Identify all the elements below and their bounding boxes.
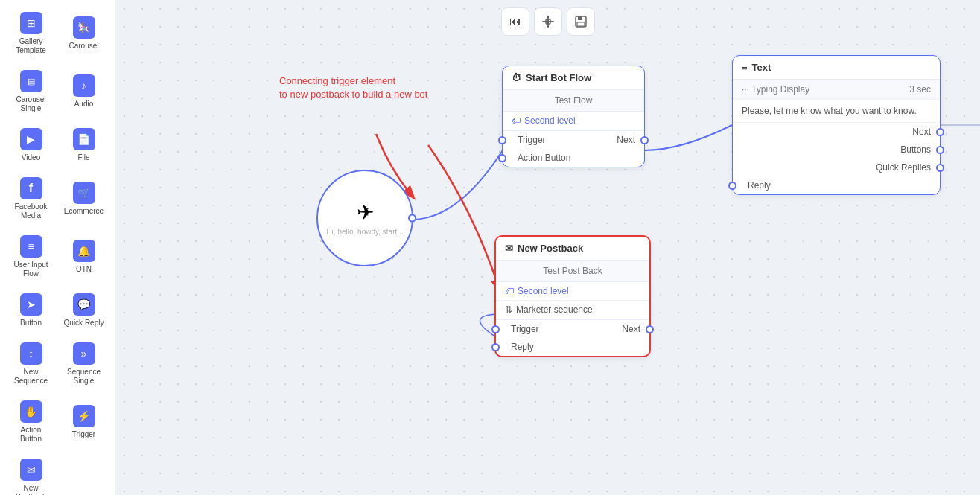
trigger-icon: ⚡ xyxy=(73,405,95,427)
postback-sequence: ⇅ Marketer sequence xyxy=(496,301,649,319)
back-button[interactable]: ⏮ xyxy=(501,7,529,36)
toolbar: ⏮ xyxy=(501,7,595,36)
action-button-icon: ✋ xyxy=(20,400,42,423)
sidebar-item-label: Video xyxy=(22,153,40,162)
facebook-media-icon: f xyxy=(20,177,42,199)
text-node-header: ≡ Text xyxy=(733,56,940,80)
sidebar-item-label: Carousel xyxy=(69,42,98,51)
sidebar-item-video[interactable]: ▶ Video xyxy=(6,122,56,168)
start-circle-node[interactable]: ✈ Hi, hello, howdy, start... xyxy=(316,170,413,266)
next-label: Next xyxy=(912,127,931,137)
trigger-label: Trigger xyxy=(518,135,546,145)
sidebar-item-carousel-single[interactable]: ▤ Carousel Single xyxy=(6,64,56,119)
postback-trigger-dot xyxy=(491,325,500,333)
new-postback-body: Test Post Back 🏷 Second level ⇅ Marketer… xyxy=(496,261,649,356)
start-circle-output-dot xyxy=(408,214,416,223)
sidebar-item-label: Quick Reply xyxy=(64,319,104,328)
new-postback-icon: ✉ xyxy=(20,459,42,481)
sidebar-item-new-sequence[interactable]: ↕ New Sequence xyxy=(6,336,56,392)
gallery-template-icon: ⊞ xyxy=(20,12,42,34)
sidebar-item-gallery-template[interactable]: ⊞ Gallery Template xyxy=(6,6,56,61)
buttons-label: Buttons xyxy=(900,144,931,155)
action-button-row: Action Button xyxy=(503,149,644,167)
new-postback-icon: ✉ xyxy=(505,243,513,254)
sidebar-item-user-input-flow[interactable]: ≡ User Input Flow xyxy=(6,229,56,284)
sidebar-item-label: Button xyxy=(20,319,42,328)
sidebar-item-label: OTN xyxy=(76,265,92,274)
sidebar-item-button[interactable]: ➤ Button xyxy=(6,287,56,333)
sequence-icon: ⇅ xyxy=(505,304,512,315)
sidebar-item-audio[interactable]: ♪ Audio xyxy=(59,64,109,119)
sidebar-item-trigger[interactable]: ⚡ Trigger xyxy=(59,395,109,450)
buttons-dot xyxy=(936,146,944,154)
canvas: ⏮ xyxy=(115,0,980,495)
sidebar-item-file[interactable]: 📄 File xyxy=(59,122,109,168)
quick-replies-row: Quick Replies xyxy=(733,159,940,176)
postback-next-label: Next xyxy=(622,324,640,334)
typing-display-row: ··· Typing Display 3 sec xyxy=(733,80,940,100)
save-button[interactable] xyxy=(567,7,595,36)
sidebar-item-facebook-media[interactable]: f Facebook Media xyxy=(6,171,56,226)
svg-rect-3 xyxy=(577,22,585,26)
audio-icon: ♪ xyxy=(73,74,95,97)
annotation-text: Connecting trigger element to new postba… xyxy=(279,74,427,101)
postback-flow-name: Test Post Back xyxy=(496,261,649,282)
postback-reply-dot xyxy=(491,343,500,351)
sequence-single-icon: » xyxy=(73,342,95,365)
sidebar-item-ecommerce[interactable]: 🛒 Ecommerce xyxy=(59,171,109,226)
quick-replies-dot xyxy=(936,164,944,172)
typing-label: ··· Typing Display xyxy=(742,84,809,95)
sidebar-item-sequence-single[interactable]: » Sequence Single xyxy=(59,336,109,392)
carousel-icon: 🎠 xyxy=(73,16,95,39)
text-node-body: ··· Typing Display 3 sec Please, let me … xyxy=(733,80,940,194)
sidebar-item-label: New Sequence xyxy=(9,368,53,386)
text-node-title: Text xyxy=(752,62,771,73)
new-postback-title: New Postback xyxy=(518,243,583,254)
center-button[interactable] xyxy=(534,7,562,36)
postback-reply-label: Reply xyxy=(511,342,534,352)
start-circle-hint: Hi, hello, howdy, start... xyxy=(319,228,410,236)
buttons-row: Buttons xyxy=(733,141,940,159)
plane-icon: ✈ xyxy=(357,200,374,225)
video-icon: ▶ xyxy=(20,128,42,150)
svg-rect-2 xyxy=(578,16,582,20)
ecommerce-icon: 🛒 xyxy=(73,182,95,204)
action-left-dot xyxy=(498,154,506,162)
start-bot-flow-icon: ⏱ xyxy=(512,72,521,83)
trigger-row: Trigger Next xyxy=(503,131,644,149)
text-node-icon: ≡ xyxy=(742,62,748,73)
start-bot-flow-node[interactable]: ⏱ Start Bot Flow Test Flow 🏷 Second leve… xyxy=(502,66,645,167)
sidebar-item-carousel[interactable]: 🎠 Carousel xyxy=(59,6,109,61)
sidebar-item-label: Carousel Single xyxy=(9,95,53,113)
sidebar-item-otn[interactable]: 🔔 OTN xyxy=(59,229,109,284)
new-sequence-icon: ↕ xyxy=(20,342,42,365)
quick-replies-label: Quick Replies xyxy=(876,162,931,173)
postback-trigger-label: Trigger xyxy=(511,324,539,334)
button-icon: ➤ xyxy=(20,293,42,316)
sidebar-item-label: Sequence Single xyxy=(62,368,106,386)
sidebar-item-label: Action Button xyxy=(9,426,53,444)
reply-row: Reply xyxy=(733,176,940,194)
sidebar-item-label: File xyxy=(77,153,89,162)
postback-reply-row: Reply xyxy=(496,338,649,356)
reply-label: Reply xyxy=(748,180,771,191)
sidebar-item-label: User Input Flow xyxy=(9,261,53,278)
sidebar-item-label: Facebook Media xyxy=(9,202,53,220)
sidebar-item-new-postback[interactable]: ✉ New Postback xyxy=(6,453,56,495)
action-button-label: Action Button xyxy=(518,153,570,163)
new-postback-node[interactable]: ✉ New Postback Test Post Back 🏷 Second l… xyxy=(494,235,651,357)
next-right-dot xyxy=(640,136,649,144)
tag-icon: 🏷 xyxy=(512,115,521,126)
next-dot xyxy=(936,128,944,136)
sidebar-item-label: Gallery Template xyxy=(9,37,53,55)
new-postback-header: ✉ New Postback xyxy=(496,237,649,261)
sidebar-item-label: Ecommerce xyxy=(64,207,104,216)
text-node[interactable]: ≡ Text ··· Typing Display 3 sec Please, … xyxy=(732,55,941,195)
sidebar-item-action-button[interactable]: ✋ Action Button xyxy=(6,395,56,450)
user-input-flow-icon: ≡ xyxy=(20,235,42,258)
sidebar-item-label: Trigger xyxy=(72,430,95,439)
flow-name: Test Flow xyxy=(503,90,644,112)
start-bot-flow-title: Start Bot Flow xyxy=(526,72,591,83)
sidebar-item-quick-reply[interactable]: 💬 Quick Reply xyxy=(59,287,109,333)
trigger-left-dot xyxy=(498,136,506,144)
